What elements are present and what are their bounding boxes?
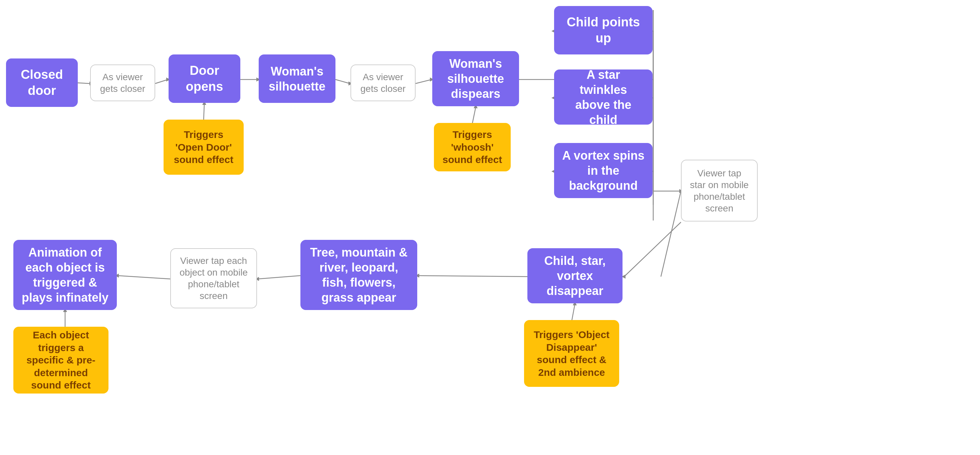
- node-door-opens: Door opens: [169, 54, 240, 103]
- node-triggers-whoosh: Triggers 'whoosh' sound effect: [434, 123, 511, 171]
- node-each-object-triggers: Each object triggers a specific & pre-de…: [13, 327, 108, 394]
- node-as-viewer-closer-1: As viewer gets closer: [90, 64, 155, 101]
- svg-line-10: [415, 80, 431, 83]
- svg-line-2: [155, 80, 168, 83]
- node-womans-silhouette: Woman's silhouette: [259, 54, 336, 103]
- node-as-viewer-closer-2: As viewer gets closer: [350, 64, 415, 101]
- svg-line-8: [336, 80, 350, 83]
- node-viewer-tap-star: Viewer tap star on mobile phone/tablet s…: [681, 160, 758, 222]
- node-triggers-object-disappear: Triggers 'Object Disappear' sound effect…: [524, 320, 619, 387]
- svg-line-4: [204, 104, 204, 120]
- node-star-twinkles: A star twinkles above the child: [554, 69, 652, 125]
- svg-line-34: [418, 276, 527, 276]
- svg-line-0: [78, 83, 89, 83]
- node-triggers-open-door: Triggers 'Open Door' sound effect: [164, 120, 243, 175]
- node-child-star-vortex-disappear: Child, star, vortex disappear: [527, 248, 622, 303]
- node-closed-door: Closed door: [6, 59, 78, 107]
- svg-line-38: [118, 276, 170, 279]
- node-child-points-up: Child points up: [554, 6, 652, 54]
- svg-line-36: [258, 276, 301, 279]
- svg-line-29: [661, 191, 681, 276]
- node-animation-of-each: Animation of each object is triggered & …: [13, 240, 117, 310]
- node-tree-mountain: Tree, mountain & river, leopard, fish, f…: [301, 240, 417, 310]
- svg-line-32: [572, 305, 575, 321]
- flowchart: Closed door As viewer gets closer Door o…: [0, 0, 980, 455]
- svg-line-12: [472, 108, 476, 124]
- node-womans-silhouette-dispears: Woman's silhouette dispears: [432, 51, 519, 106]
- svg-line-30: [624, 222, 681, 276]
- node-vortex-spins: A vortex spins in the background: [554, 143, 652, 198]
- node-viewer-tap-each: Viewer tap each object on mobile phone/t…: [170, 248, 257, 308]
